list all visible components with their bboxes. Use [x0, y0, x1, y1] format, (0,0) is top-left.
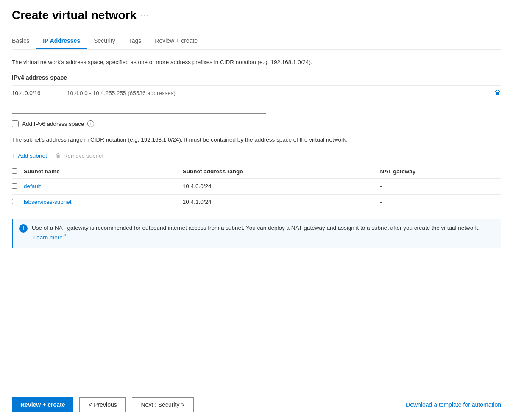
next-security-button[interactable]: Next : Security > [132, 397, 193, 412]
download-template-link[interactable]: Download a template for automation [406, 401, 501, 408]
add-subnet-label: Add subnet [18, 153, 47, 159]
table-row: labservices-subnet 10.4.1.0/24 - [12, 194, 501, 210]
subnet-row-checkbox[interactable] [12, 199, 17, 204]
ipv6-checkbox-row: Add IPv6 address space i [12, 120, 501, 127]
previous-button[interactable]: < Previous [79, 397, 126, 412]
row-checkbox-cell [12, 178, 24, 194]
ipv4-cidr: 10.4.0.0/16 [12, 90, 54, 96]
subnet-name-link[interactable]: labservices-subnet [24, 199, 72, 205]
th-subnet-range: Subnet address range [183, 165, 380, 179]
subnet-table: Subnet name Subnet address range NAT gat… [12, 165, 501, 210]
review-create-button[interactable]: Review + create [12, 397, 73, 412]
address-entry-row: 10.4.0.0/16 10.4.0.0 - 10.4.255.255 (655… [12, 85, 501, 100]
remove-subnet-label: Remove subnet [64, 153, 104, 159]
ipv4-label: IPv4 address space [12, 74, 501, 81]
subnet-nat-cell: - [380, 178, 501, 194]
plus-icon: + [12, 152, 16, 160]
remove-subnet-button[interactable]: 🗑 Remove subnet [56, 153, 104, 159]
external-link-icon: ↗ [63, 233, 67, 238]
learn-more-link[interactable]: Learn more↗ [33, 234, 67, 241]
nat-info-box: i Use of a NAT gateway is recommended fo… [12, 219, 501, 248]
ipv4-address-input[interactable] [12, 100, 266, 114]
tab-tags[interactable]: Tags [122, 34, 148, 49]
page-title: Create virtual network [12, 8, 137, 22]
row-checkbox-cell [12, 194, 24, 210]
ipv6-checkbox[interactable] [12, 120, 19, 127]
info-icon: i [19, 224, 28, 233]
th-subnet-name: Subnet name [24, 165, 183, 179]
add-subnet-button[interactable]: + Add subnet [12, 152, 47, 160]
subnet-description: The subnet's address range in CIDR notat… [12, 136, 501, 144]
subnet-name-cell: default [24, 178, 183, 194]
subnet-range-cell: 10.4.0.0/24 [183, 178, 380, 194]
tab-review-create[interactable]: Review + create [148, 34, 204, 49]
ipv6-label[interactable]: Add IPv6 address space [22, 121, 84, 127]
subnet-actions: + Add subnet 🗑 Remove subnet [12, 152, 501, 160]
tab-basics[interactable]: Basics [12, 34, 36, 49]
subnet-nat-cell: - [380, 194, 501, 210]
tab-security[interactable]: Security [87, 34, 122, 49]
delete-address-icon[interactable]: 🗑 [494, 89, 501, 97]
subnet-name-cell: labservices-subnet [24, 194, 183, 210]
subnet-name-link[interactable]: default [24, 183, 41, 189]
th-nat-gateway: NAT gateway [380, 165, 501, 179]
section-description: The virtual network's address space, spe… [12, 58, 501, 67]
subnet-row-checkbox[interactable] [12, 183, 17, 189]
tab-ip-addresses[interactable]: IP Addresses [36, 34, 87, 49]
footer-bar: Review + create < Previous Next : Securi… [0, 389, 513, 420]
tabs-row: Basics IP Addresses Security Tags Review… [12, 34, 501, 50]
table-row: default 10.4.0.0/24 - [12, 178, 501, 194]
nat-info-text: Use of a NAT gateway is recommended for … [32, 224, 495, 242]
select-all-subnets-checkbox[interactable] [12, 168, 17, 174]
ipv4-range: 10.4.0.0 - 10.4.255.255 (65536 addresses… [67, 90, 482, 96]
th-checkbox [12, 165, 24, 179]
subnet-range-cell: 10.4.1.0/24 [183, 194, 380, 210]
trash-subnet-icon: 🗑 [56, 153, 61, 159]
nat-info-message: Use of a NAT gateway is recommended for … [32, 225, 480, 231]
ipv6-info-icon: i [87, 120, 94, 127]
ellipsis-menu-button[interactable]: ··· [141, 11, 150, 20]
